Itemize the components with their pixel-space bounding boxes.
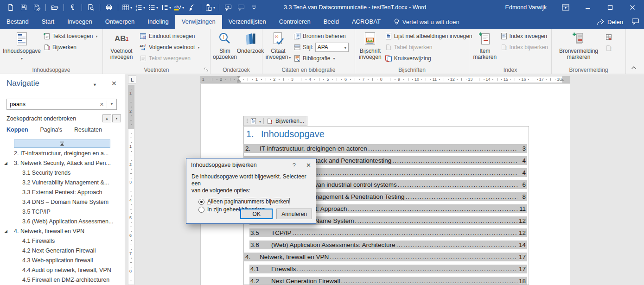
ok-button[interactable]: OK	[240, 209, 273, 219]
tab-stop-selector[interactable]: L	[128, 76, 136, 83]
radio-icon[interactable]	[198, 207, 204, 213]
tab-verzendlijsten[interactable]: Verzendlijsten	[222, 15, 273, 29]
format-painter-icon[interactable]	[186, 2, 198, 13]
insert-table-icon[interactable]: ▾	[121, 2, 133, 13]
bibliografie-button[interactable]: Bibliografie	[292, 53, 350, 63]
toc-update-button[interactable]: Bijwerken...	[275, 118, 304, 124]
tab-start[interactable]: Start	[35, 15, 61, 29]
inhoudsopgave-button[interactable]: Inhoudsopgave	[2, 30, 42, 66]
toc-field-icon[interactable]	[250, 118, 257, 125]
radio-selected-icon[interactable]	[198, 199, 204, 205]
minimize-button[interactable]	[580, 1, 596, 13]
lijst-met-afbeeldingen-button[interactable]: Lijst met afbeeldingen invoegen	[383, 31, 474, 41]
highlight-icon[interactable]: ab▾	[173, 2, 185, 13]
toc-entry[interactable]: 3.6(Web) Application Assessments: Archit…	[249, 241, 527, 249]
nav-tab-koppen[interactable]: Koppen	[6, 127, 28, 133]
chevron-down-icon[interactable]	[259, 118, 261, 124]
collapse-triangle-icon[interactable]	[4, 227, 7, 236]
index-invoegen-button[interactable]: Index invoegen	[499, 31, 549, 41]
next-result-button[interactable]: ▼	[112, 114, 121, 122]
radio-option[interactable]: Alleen paginanummers bijwerken	[198, 198, 316, 205]
nav-heading-item[interactable]: 3.3 External Pentest: Approach	[0, 188, 124, 197]
tell-me-box[interactable]: Vertel wat u wilt doen	[387, 15, 466, 29]
numbered-list-icon[interactable]: 123▾	[134, 2, 146, 13]
first-line-indent-marker[interactable]	[237, 76, 241, 78]
bullet-list-icon[interactable]: ▾	[147, 2, 159, 13]
tab-indeling[interactable]: Indeling	[141, 15, 175, 29]
inhoudsopgave-bijwerken-button[interactable]: ! Bijwerken	[42, 42, 99, 52]
cancel-button[interactable]: Annuleren	[276, 209, 312, 219]
toc-entry[interactable]: 2.IT-infrastructuur, dreigingen en actor…	[244, 144, 527, 153]
comments-button[interactable]	[631, 18, 639, 26]
onderzoek-button[interactable]: Onderzoek	[237, 30, 263, 66]
item-markeren-button[interactable]: Item markeren	[471, 30, 499, 66]
left-indent-marker[interactable]	[237, 81, 241, 82]
citaat-invoegen-button[interactable]: (-) Citaat invoegen	[264, 30, 292, 66]
toc-entry[interactable]: 4.Netwerk, firewall en VPN..............…	[244, 253, 527, 261]
save-as-icon[interactable]	[31, 2, 43, 13]
nav-selected-item[interactable]	[0, 139, 124, 149]
nav-heading-item[interactable]: 4.4 Audit op netwerk, firewall, VPN	[0, 266, 124, 275]
tekst-toevoegen-button[interactable]: Tekst toevoegen	[42, 31, 99, 41]
horizontal-ruler[interactable]: 21123456789101112131415161718	[200, 76, 570, 83]
navigation-close-icon[interactable]: ✕	[111, 80, 117, 87]
qat-more-icon[interactable]	[248, 2, 260, 13]
bijschrift-invoegen-button[interactable]: Bijschrift invoegen	[357, 30, 383, 66]
dialog-help-icon[interactable]: ?	[293, 162, 296, 169]
tab-verwijzingen[interactable]: Verwijzingen	[175, 15, 222, 29]
nav-heading-item[interactable]: 4. Netwerk, firewall en VPN	[0, 227, 124, 236]
search-input[interactable]	[7, 101, 97, 108]
tab-ontwerpen[interactable]: Ontwerpen	[99, 15, 141, 29]
new-document-icon[interactable]	[5, 2, 17, 13]
toc-entry[interactable]: 4.1Firewalls............................…	[249, 265, 527, 273]
close-button[interactable]	[625, 1, 640, 13]
navigation-options-icon[interactable]: ▼	[93, 82, 97, 87]
nav-heading-item[interactable]: 3.6 (Web) Application Assessmen...	[0, 217, 124, 227]
clear-search-icon[interactable]: ✕	[97, 101, 107, 108]
eindnoot-invoegen-button[interactable]: [i] Eindnoot invoegen	[138, 31, 201, 41]
collapse-triangle-icon[interactable]	[4, 158, 7, 168]
maximize-button[interactable]	[602, 1, 618, 13]
nav-heading-item[interactable]: 3.2 Vulnerability Management &...	[0, 178, 124, 188]
kruisverwijzing-button[interactable]: Kruisverwijzing	[383, 53, 474, 63]
bronnen-beheren-button[interactable]: Bronnen beheren	[292, 31, 350, 41]
toc-entry[interactable]: 3.5TCP/IP...............................…	[249, 228, 527, 237]
tab-controleren[interactable]: Controleren	[273, 15, 317, 29]
vertical-ruler[interactable]: 2112345678	[128, 85, 134, 285]
nav-tab-paginas[interactable]: Pagina's	[40, 127, 63, 133]
quick-print-icon[interactable]	[103, 2, 115, 13]
volgende-voetnoot-button[interactable]: AB1 Volgende voetnoot	[138, 42, 201, 52]
voetnoot-invoegen-button[interactable]: AB1 Voetnoot invoegen	[105, 30, 138, 66]
bronvermelding-markeren-button[interactable]: Bronvermelding markeren	[554, 30, 604, 66]
nav-heading-item[interactable]: 4.5 Firewall en DMZ-architecturen	[0, 275, 124, 285]
attach-icon[interactable]	[67, 2, 79, 13]
tab-invoegen[interactable]: Invoegen	[61, 15, 99, 29]
bronvermeldingstabel-invoegen-button[interactable]	[604, 32, 614, 42]
new-comment-icon[interactable]	[222, 2, 234, 13]
nav-heading-item[interactable]: 3.5 TCP/IP	[0, 207, 124, 217]
ribbon-display-options-icon[interactable]	[558, 1, 574, 13]
paste-icon[interactable]: ▾	[204, 2, 216, 13]
save-icon[interactable]	[18, 2, 30, 13]
nav-heading-item[interactable]: 4.2 Next Generation Firewall	[0, 246, 124, 256]
open-icon[interactable]	[49, 2, 61, 13]
style-combobox[interactable]: APA	[315, 43, 349, 52]
toc-entry[interactable]: 4.2Next Generation Firewall.............…	[249, 277, 527, 285]
previous-result-button[interactable]: ▲	[102, 114, 111, 122]
dialog-close-icon[interactable]: ✕	[306, 162, 311, 169]
right-indent-marker[interactable]	[561, 79, 564, 81]
nav-heading-item[interactable]: 3. Netwerk Security, Attack and Pen...	[0, 158, 124, 168]
slim-opzoeken-button[interactable]: i Slim opzoeken	[212, 30, 237, 66]
nav-tab-resultaten[interactable]: Resultaten	[74, 127, 102, 133]
tab-beeld[interactable]: Beeld	[317, 15, 345, 29]
tab-bestand[interactable]: Bestand	[0, 15, 35, 29]
share-button[interactable]: Delen	[597, 19, 623, 25]
drag-handle-icon[interactable]	[247, 119, 248, 123]
nav-heading-item[interactable]: 2. IT-infrastructuur, dreigingen en a...	[0, 149, 124, 158]
collapse-ribbon-icon[interactable]	[631, 64, 637, 71]
line-spacing-icon[interactable]: ▾	[160, 2, 172, 13]
nav-heading-item[interactable]: 3.1 Security trends	[0, 168, 124, 178]
print-preview-icon[interactable]	[85, 2, 97, 13]
nav-heading-item[interactable]: 4.3 Web-application firewall	[0, 256, 124, 266]
tab-acrobat[interactable]: ACROBAT	[345, 15, 387, 29]
